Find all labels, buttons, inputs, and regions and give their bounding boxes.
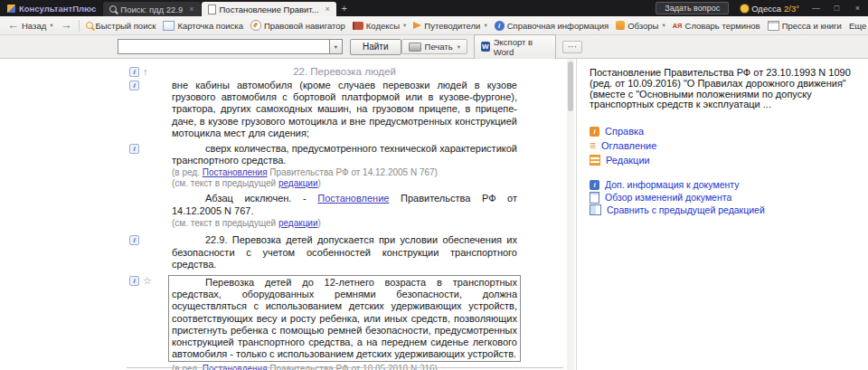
- note-text: (см. текст в предыдущей: [172, 178, 278, 188]
- info-icon: i: [590, 180, 599, 190]
- legal-navigator-button[interactable]: Правовой навигатор: [247, 19, 349, 32]
- codes-label: Кодексы: [366, 21, 400, 31]
- document-info-panel: Постановление Правительства РФ от 23.10.…: [576, 59, 868, 370]
- forward-button[interactable]: →: [57, 20, 76, 31]
- codes-button[interactable]: Кодексы ▾: [349, 20, 410, 32]
- back-label: Назад: [22, 21, 46, 31]
- compass-icon: [250, 20, 261, 31]
- quick-search-button[interactable]: Быстрый поиск: [82, 20, 160, 32]
- contents-link[interactable]: ≡ Оглавление: [590, 138, 857, 153]
- changes-overview-label[interactable]: Обзор изменений документа: [605, 192, 731, 203]
- weather-city: Одесса: [751, 4, 781, 14]
- app-logo[interactable]: КонсультантПлюс: [0, 0, 103, 16]
- gutter: i: [129, 143, 172, 188]
- tab-search[interactable]: Поиск: пдд 22.9 ×: [103, 2, 200, 16]
- ask-question-button[interactable]: Задать вопрос: [656, 2, 729, 14]
- chevron-down-icon: ▾: [50, 22, 52, 29]
- consultantplus-window: КонсультантПлюс Поиск: пдд 22.9 × Постан…: [0, 0, 868, 370]
- minimize-button[interactable]: —: [806, 0, 826, 16]
- doc-info-icon[interactable]: i: [129, 81, 139, 90]
- reviews-icon: [616, 21, 625, 30]
- editions-icon: [590, 155, 600, 166]
- restore-button[interactable]: □: [826, 0, 847, 16]
- doc-scrollbar[interactable]: [567, 59, 574, 370]
- search-input[interactable]: [118, 39, 329, 54]
- printer-icon: [409, 43, 421, 52]
- doc-info-icon[interactable]: i: [129, 144, 139, 154]
- resolution-link[interactable]: Постановление: [317, 193, 389, 204]
- note-text: (в ред.: [172, 167, 203, 177]
- compare-editions-label[interactable]: Сравнить с предыдущей редакцией: [607, 204, 765, 215]
- scroll-up-icon[interactable]: ↑: [143, 67, 148, 77]
- close-button[interactable]: ×: [847, 0, 868, 16]
- back-button[interactable]: ← Назад ▾: [4, 20, 57, 32]
- previous-edition-link[interactable]: редакции: [278, 218, 318, 228]
- note-text: ): [318, 178, 321, 188]
- gutter: i: [129, 234, 172, 270]
- tab-close-icon[interactable]: ×: [326, 5, 330, 14]
- document-pane[interactable]: i ↑ 22. Перевозка людей i вне кабины авт…: [0, 59, 576, 370]
- guides-label: Путеводители: [424, 21, 480, 31]
- editions-link[interactable]: Редакции: [590, 153, 857, 167]
- tab-document-label: Постановление Правит...: [220, 5, 319, 14]
- guides-button[interactable]: Путеводители ▾: [410, 20, 490, 32]
- chevron-down-icon: ▾: [484, 22, 486, 29]
- glossary-label: Словарь терминов: [685, 21, 760, 31]
- book-icon: [353, 22, 363, 30]
- reviews-button[interactable]: Обзоры ▾: [612, 20, 669, 32]
- paragraph-group: Перевозка детей до 12-летнего возраста в…: [172, 275, 521, 370]
- legal-navigator-label: Правовой навигатор: [264, 21, 345, 31]
- paragraph-text: 22.9. Перевозка детей допускается при ус…: [172, 234, 517, 270]
- new-tab-button[interactable]: +: [337, 0, 352, 16]
- section-heading-row: i ↑ 22. Перевозка людей: [129, 66, 576, 78]
- search-card-button[interactable]: Карточка поиска: [159, 20, 247, 32]
- more-actions-button[interactable]: ···: [562, 41, 582, 53]
- contents-link-label[interactable]: Оглавление: [601, 140, 656, 151]
- document-body: i ↑ 22. Перевозка людей i вне кабины авт…: [0, 66, 576, 370]
- gutter: i: [129, 80, 172, 139]
- bookmark-star-icon[interactable]: ☆: [143, 276, 152, 286]
- section-divider: [127, 367, 563, 368]
- amendment-note: (в ред. Постановления Правительства РФ о…: [172, 167, 517, 178]
- selected-paragraph-text[interactable]: Перевозка детей до 12-летнего возраста в…: [168, 275, 521, 362]
- chevron-down-icon: ▾: [662, 22, 665, 29]
- previous-edition-link[interactable]: редакции: [278, 178, 318, 188]
- doc-info-icon[interactable]: i: [129, 67, 139, 77]
- info-circle-icon: i: [495, 21, 505, 31]
- reference-info-button[interactable]: i Справочная информация: [491, 20, 613, 32]
- document-icon: [208, 5, 216, 14]
- search-dropdown-button[interactable]: ▾: [329, 39, 343, 54]
- titlebar: КонсультантПлюс Поиск: пдд 22.9 × Постан…: [0, 0, 868, 16]
- additional-info-label[interactable]: Доп. информация к документу: [605, 179, 739, 190]
- contents-icon: ≡: [590, 141, 596, 151]
- editions-link-label[interactable]: Редакции: [606, 155, 650, 166]
- resolution-link[interactable]: Постановления: [203, 167, 268, 177]
- find-button[interactable]: Найти: [350, 39, 401, 55]
- more-button[interactable]: Еще ▾: [845, 20, 868, 32]
- additional-info-link[interactable]: i Доп. информация к документу: [590, 178, 857, 191]
- document-title[interactable]: Постановление Правительства РФ от 23.10.…: [590, 68, 857, 110]
- paragraph-row: Абзац исключен. - Постановление Правител…: [129, 193, 576, 228]
- note-text: ): [318, 218, 321, 228]
- reviews-label: Обзоры: [627, 21, 658, 31]
- print-button[interactable]: Печать ▾: [401, 39, 467, 54]
- back-arrow-icon: ←: [7, 21, 19, 30]
- doc-scrollbar-thumb[interactable]: [568, 62, 573, 111]
- export-word-button[interactable]: W Экспорт в Word: [474, 34, 556, 60]
- press-books-button[interactable]: Пресса и книги: [764, 20, 845, 32]
- paragraph-row: i сверх количества, предусмотренного тех…: [129, 143, 576, 188]
- search-card-icon: [163, 21, 175, 31]
- changes-overview-link[interactable]: Обзор изменений документа: [590, 191, 857, 204]
- tab-close-icon[interactable]: ×: [189, 5, 193, 14]
- signpost-icon: [413, 22, 421, 29]
- help-link[interactable]: i Справка: [590, 124, 857, 138]
- weather-widget[interactable]: Одесса 2/3°: [734, 0, 806, 16]
- doc-info-icon[interactable]: i: [129, 235, 139, 245]
- doc-info-icon[interactable]: i: [129, 276, 139, 286]
- glossary-button[interactable]: АЯ Словарь терминов: [669, 20, 764, 32]
- compare-editions-link[interactable]: Сравнить с предыдущей редакцией: [590, 204, 857, 216]
- main-toolbar: ← Назад ▾ → Быстрый поиск Карточка поиск…: [0, 16, 868, 35]
- tab-document[interactable]: Постановление Правит... ×: [202, 2, 336, 16]
- toolbar-divider: [79, 20, 80, 32]
- help-link-label[interactable]: Справка: [605, 126, 644, 137]
